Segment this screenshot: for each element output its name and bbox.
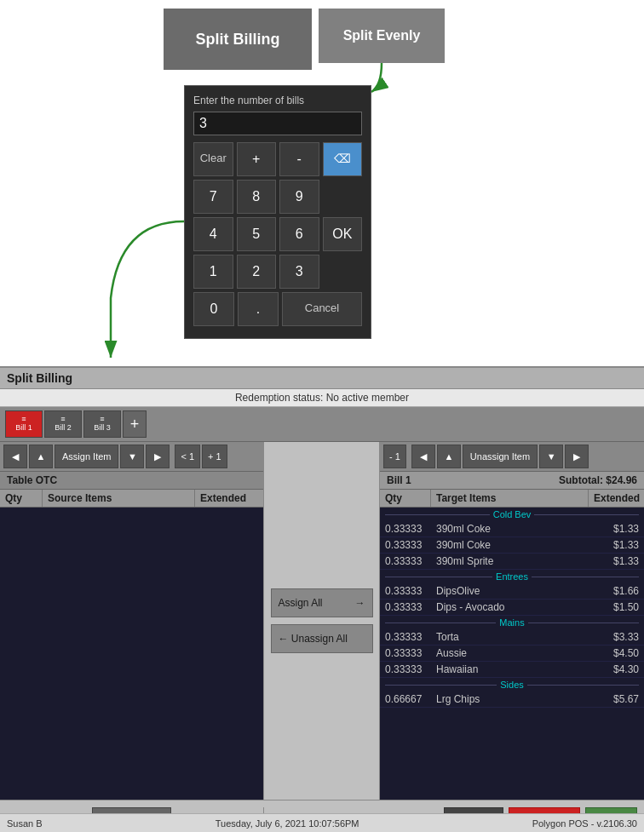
numpad-6-key[interactable]: 6 [279, 217, 319, 251]
left-panel: ◀ ▲ Assign Item ▼ ▶ < 1 + 1 Table OTC Qt… [0, 442, 264, 800]
unassign-all-button[interactable]: ← Unassign All [271, 624, 373, 653]
target-nav-last-button[interactable]: ▶ [565, 445, 589, 468]
table-row[interactable]: 0.33333 Hawaiian $4.30 [380, 662, 644, 678]
bill-tab-2-icon: ≡ [60, 416, 65, 423]
numpad-3-key[interactable]: 3 [279, 255, 319, 289]
numpad-ok-key[interactable]: OK [323, 217, 363, 251]
bill-tab-1-label: Bill 1 [15, 423, 32, 433]
table-row[interactable]: 0.33333 390ml Coke $1.33 [380, 537, 644, 554]
unassign-item-button[interactable]: Unassign Item [463, 445, 538, 468]
numpad-8-key[interactable]: 8 [237, 180, 277, 214]
status-version: Polygon POS - v.2106.30 [532, 818, 637, 829]
main-content-area: ◀ ▲ Assign Item ▼ ▶ < 1 + 1 Table OTC Qt… [0, 442, 644, 800]
bill-tab-3[interactable]: ≡ Bill 3 [83, 410, 121, 438]
bill-tab-2[interactable]: ≡ Bill 2 [44, 410, 82, 438]
status-bar: Susan B Tuesday, July 6, 2021 10:07:56PM… [0, 813, 644, 832]
bill-tabs-bar: ≡ Bill 1 ≡ Bill 2 ≡ Bill 3 + [0, 407, 644, 442]
top-section: Split Billing Split Evenly Enter the num… [0, 0, 644, 366]
target-nav-down-button[interactable]: ▼ [539, 445, 563, 468]
split-billing-top-button[interactable]: Split Billing [164, 9, 312, 70]
numpad-cancel-key[interactable]: Cancel [282, 292, 362, 326]
split-billing-panel: Split Billing Redemption status: No acti… [0, 366, 644, 832]
source-nav-first-button[interactable]: ◀ [3, 445, 27, 468]
source-nav-more-button[interactable]: + 1 [202, 445, 227, 468]
source-header-items: Source Items [43, 490, 195, 507]
target-nav-up-button[interactable]: ▲ [437, 445, 461, 468]
numpad-row-1: Clear + - ⌫ [193, 142, 362, 176]
source-header-extended: Extended [195, 490, 263, 507]
bill-tab-3-icon: ≡ [100, 416, 104, 423]
source-table-body [0, 508, 263, 800]
bill-tab-3-label: Bill 3 [94, 423, 111, 433]
numpad-row-3: 4 5 6 OK [193, 217, 362, 251]
table-row[interactable]: 0.33333 Dips - Avocado $1.50 [380, 600, 644, 616]
redemption-status-text: Redemption status: No active member [235, 392, 409, 404]
numpad-5-key[interactable]: 5 [237, 217, 277, 251]
category-mains: Mains [380, 616, 644, 629]
numpad-row-4: 1 2 3 [193, 255, 362, 289]
numpad-0-key[interactable]: 0 [193, 292, 234, 326]
assign-item-button[interactable]: Assign Item [55, 445, 118, 468]
target-header-qty: Qty [380, 490, 431, 507]
table-row[interactable]: 0.66667 Lrg Chips $5.67 [380, 691, 644, 708]
source-nav-down-button[interactable]: ▼ [120, 445, 144, 468]
bill-header-row: Bill 1 Subtotal: $24.96 [380, 472, 644, 490]
numpad-9-key[interactable]: 9 [279, 180, 319, 214]
right-panel: - 1 ◀ ▲ Unassign Item ▼ ▶ Bill 1 Subtota… [380, 442, 644, 800]
numpad-4-key[interactable]: 4 [193, 217, 233, 251]
category-cold-bev: Cold Bev [380, 508, 644, 521]
table-row[interactable]: 0.33333 DipsOlive $1.66 [380, 583, 644, 600]
redemption-status-bar: Redemption status: No active member [0, 389, 644, 407]
table-row[interactable]: 0.33333 390ml Coke $1.33 [380, 521, 644, 537]
numpad-backspace-key[interactable]: ⌫ [323, 142, 363, 176]
middle-panel: Assign All → ← Unassign All [264, 442, 380, 800]
source-nav-last-button[interactable]: ▶ [146, 445, 170, 468]
numpad-minus-key[interactable]: - [279, 142, 319, 176]
target-header-items: Target Items [431, 490, 589, 507]
target-header-extended: Extended [589, 490, 644, 507]
source-header-qty: Qty [0, 490, 43, 507]
numpad-row-5: 0 . Cancel [193, 292, 362, 326]
source-table-header: Qty Source Items Extended [0, 490, 263, 508]
target-nav-first-button[interactable]: ◀ [411, 445, 435, 468]
numpad-row-2: 7 8 9 [193, 180, 362, 214]
table-label: Table OTC [0, 472, 263, 490]
numpad-blank-2 [323, 255, 363, 289]
add-bill-button[interactable]: + [123, 410, 147, 438]
assign-all-button[interactable]: Assign All → [271, 588, 373, 617]
numpad-1-key[interactable]: 1 [193, 255, 233, 289]
numpad-prompt: Enter the number of bills [193, 95, 362, 106]
table-row[interactable]: 0.33333 390ml Sprite $1.33 [380, 554, 644, 570]
numpad-input[interactable] [193, 112, 362, 135]
numpad-clear-key[interactable]: Clear [193, 142, 233, 176]
numpad-plus-key[interactable]: + [237, 142, 277, 176]
category-sides: Sides [380, 678, 644, 691]
left-toolbar: ◀ ▲ Assign Item ▼ ▶ < 1 + 1 [0, 442, 263, 472]
status-user: Susan B [7, 818, 43, 829]
target-table-body: Cold Bev 0.33333 390ml Coke $1.33 0.3333… [380, 508, 644, 800]
target-nav-minus-button[interactable]: - 1 [383, 445, 406, 468]
bill-tab-2-label: Bill 2 [55, 423, 72, 433]
target-table-header: Qty Target Items Extended [380, 490, 644, 508]
split-evenly-top-button[interactable]: Split Evenly [319, 9, 445, 63]
bill-header-label: Bill 1 [387, 474, 411, 486]
numpad-dot-key[interactable]: . [238, 292, 279, 326]
table-row[interactable]: 0.33333 Torta $3.33 [380, 629, 644, 646]
panel-title-bar: Split Billing [0, 368, 644, 389]
source-nav-up-button[interactable]: ▲ [29, 445, 53, 468]
bill-subtotal: Subtotal: $24.96 [559, 474, 637, 486]
numpad-dialog: Enter the number of bills Clear + - ⌫ 7 … [184, 85, 371, 339]
numpad-blank-1 [323, 180, 363, 214]
table-row[interactable]: 0.33333 Aussie $4.50 [380, 646, 644, 662]
numpad-2-key[interactable]: 2 [237, 255, 277, 289]
bill-tab-1[interactable]: ≡ Bill 1 [5, 410, 43, 438]
panel-title: Split Billing [7, 371, 72, 385]
right-toolbar: - 1 ◀ ▲ Unassign Item ▼ ▶ [380, 442, 644, 472]
status-datetime: Tuesday, July 6, 2021 10:07:56PM [216, 818, 359, 829]
numpad-7-key[interactable]: 7 [193, 180, 233, 214]
category-entrees: Entrees [380, 570, 644, 583]
source-nav-less-button[interactable]: < 1 [175, 445, 200, 468]
bill-tab-1-icon: ≡ [21, 416, 26, 423]
